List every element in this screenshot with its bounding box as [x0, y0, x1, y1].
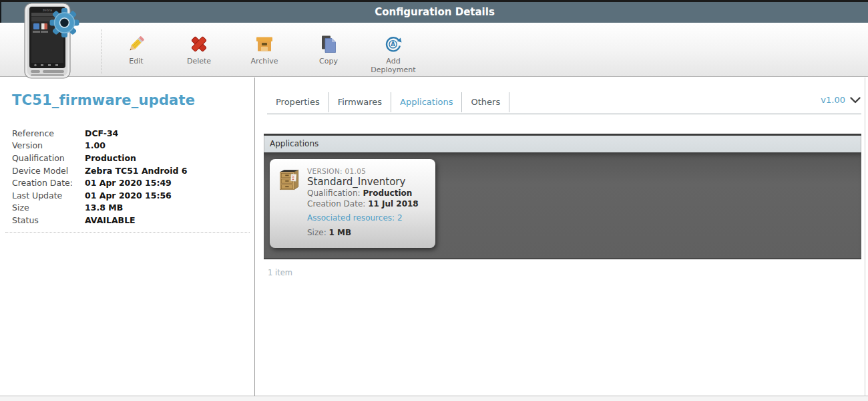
configuration-summary-panel: TC51_firmware_update Reference DCF-34 Ve… [0, 78, 255, 396]
associated-resources-link[interactable]: Associated resources: 2 [307, 213, 430, 223]
tab-properties[interactable]: Properties [267, 92, 329, 112]
app-qualification-row: Qualification: Production [307, 188, 430, 198]
app-creation-date-row: Creation Date: 11 Jul 2018 [307, 199, 430, 209]
tab-others[interactable]: Others [462, 92, 509, 112]
circular-arrow-a-icon: A [383, 33, 404, 55]
documents-icon [318, 33, 339, 55]
detail-row-creation-date: Creation Date: 01 Apr 2020 15:49 [12, 176, 187, 189]
page-title: Configuration Details [1, 6, 868, 18]
detail-row-version: Version 1.00 [12, 140, 187, 152]
detail-row-device-model: Device Model Zebra TC51 Android 6 [12, 164, 187, 177]
version-dropdown[interactable]: v1.00 [821, 94, 861, 106]
delete-button[interactable]: Delete [168, 33, 230, 65]
window-bottom-edge [0, 397, 868, 401]
applications-panel-body: VERSION: 01.05 Standard_Inventory Qualif… [264, 152, 861, 259]
edit-button-label: Edit [109, 57, 164, 65]
detail-tabs: Properties Firmwares Applications Others [267, 92, 509, 114]
add-deployment-button-label: Add Deployment [366, 57, 421, 74]
detail-row-last-update: Last Update 01 Apr 2020 15:56 [12, 189, 187, 202]
app-version-line: VERSION: 01.05 [307, 167, 430, 175]
version-dropdown-value: v1.00 [821, 95, 845, 105]
app-size-row: Size: 1 MB [307, 228, 430, 238]
inventory-crate-icon [277, 168, 300, 196]
edit-button[interactable]: Edit [105, 33, 167, 65]
copy-button[interactable]: Copy [298, 33, 359, 65]
detail-tabs-row: Properties Firmwares Applications Others… [267, 92, 861, 114]
configuration-name: TC51_firmware_update [12, 92, 195, 108]
applications-panel-header: Applications [264, 136, 861, 152]
action-toolbar: Edit Delete [0, 23, 868, 77]
configuration-details-page: Configuration Details [0, 0, 868, 401]
archive-button[interactable]: Archive [234, 33, 295, 65]
archive-button-label: Archive [237, 57, 292, 65]
tab-firmwares[interactable]: Firmwares [329, 92, 391, 112]
item-count: 1 item [268, 268, 292, 277]
configuration-details-list: Reference DCF-34 Version 1.00 Qualificat… [12, 127, 187, 227]
red-x-icon [188, 33, 210, 55]
box-icon [254, 33, 275, 55]
title-bar: Configuration Details [0, 2, 868, 23]
copy-button-label: Copy [301, 57, 356, 65]
delete-button-label: Delete [172, 57, 226, 65]
right-edge-divider [865, 78, 865, 396]
svg-text:A: A [391, 41, 395, 47]
svg-text:zebra: zebra [43, 8, 52, 12]
detail-row-size: Size 13.8 MB [12, 202, 187, 215]
detail-row-reference: Reference DCF-34 [12, 127, 187, 140]
applications-panel: Applications [264, 134, 861, 259]
tab-applications[interactable]: Applications [391, 92, 462, 112]
main-content: TC51_firmware_update Reference DCF-34 Ve… [0, 78, 868, 396]
details-divider [5, 232, 250, 233]
add-deployment-button[interactable]: A Add Deployment [363, 33, 424, 74]
application-card[interactable]: VERSION: 01.05 Standard_Inventory Qualif… [270, 159, 435, 248]
chevron-down-icon [850, 94, 861, 106]
pencil-icon [126, 33, 147, 55]
detail-row-qualification: Qualification Production [12, 152, 187, 164]
app-name: Standard_Inventory [307, 176, 430, 188]
status-value: AVAILABLE [85, 215, 136, 225]
detail-row-status: Status AVAILABLE [12, 214, 187, 227]
device-config-thumbnail: zebra [24, 3, 85, 80]
toolbar-separator [101, 29, 102, 74]
gear-icon [50, 8, 79, 37]
